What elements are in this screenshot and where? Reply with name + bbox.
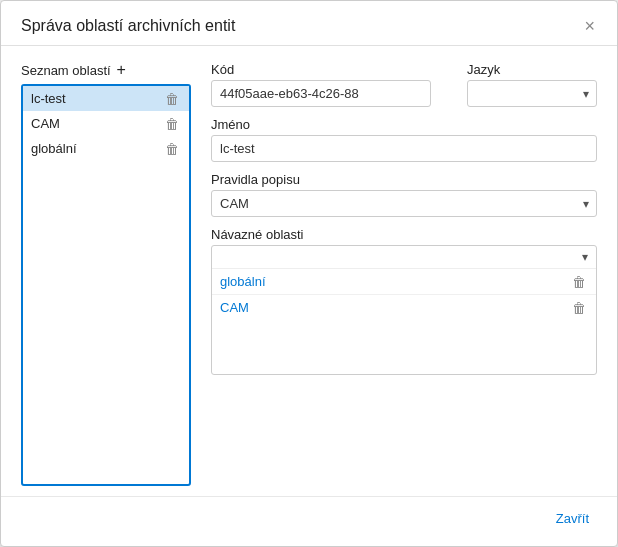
delete-item-button[interactable]: 🗑	[163, 117, 181, 131]
kod-input[interactable]	[211, 80, 431, 107]
jazyk-group: Jazyk cs en de ▾	[467, 62, 597, 107]
list-item[interactable]: lc-test 🗑	[23, 86, 189, 111]
kod-group: Kód	[211, 62, 451, 107]
jmeno-label: Jméno	[211, 117, 597, 132]
list-header-label: Seznam oblastí	[21, 63, 111, 78]
navazne-dropdown-header[interactable]: ▾	[212, 246, 596, 269]
linked-area-label: CAM	[220, 300, 249, 315]
list-item-label: CAM	[31, 116, 163, 131]
kod-jazyk-row: Kód Jazyk cs en de ▾	[211, 62, 597, 107]
left-panel: Seznam oblastí + lc-test 🗑 CAM 🗑 globáln…	[21, 62, 191, 486]
list-item[interactable]: globální 🗑	[23, 136, 189, 161]
navazne-label: Návazné oblasti	[211, 227, 597, 242]
add-area-button[interactable]: +	[117, 62, 126, 78]
jmeno-group: Jméno	[211, 117, 597, 162]
jazyk-label: Jazyk	[467, 62, 597, 77]
list-item-label: lc-test	[31, 91, 163, 106]
close-icon-button[interactable]: ×	[582, 17, 597, 35]
dialog-footer: Zavřít	[1, 496, 617, 546]
jmeno-input[interactable]	[211, 135, 597, 162]
right-panel: Kód Jazyk cs en de ▾	[211, 62, 597, 486]
dialog-header: Správa oblastí archivních entit ×	[1, 1, 617, 46]
navazne-group: Návazné oblasti ▾ globální 🗑 CAM 🗑	[211, 227, 597, 375]
dialog-title: Správa oblastí archivních entit	[21, 17, 235, 35]
linked-area-item: globální 🗑	[212, 269, 596, 295]
delete-linked-area-button[interactable]: 🗑	[570, 275, 588, 289]
pravidla-group: Pravidla popisu CAM RDA AACR2 ▾	[211, 172, 597, 217]
list-item[interactable]: CAM 🗑	[23, 111, 189, 136]
kod-label: Kód	[211, 62, 451, 77]
areas-list: lc-test 🗑 CAM 🗑 globální 🗑	[21, 84, 191, 486]
pravidla-label: Pravidla popisu	[211, 172, 597, 187]
linked-area-item: CAM 🗑	[212, 295, 596, 320]
delete-item-button[interactable]: 🗑	[163, 92, 181, 106]
jazyk-select[interactable]: cs en de	[467, 80, 597, 107]
zavrit-button[interactable]: Zavřít	[548, 507, 597, 530]
delete-item-button[interactable]: 🗑	[163, 142, 181, 156]
delete-linked-area-button[interactable]: 🗑	[570, 301, 588, 315]
jazyk-select-wrapper: cs en de ▾	[467, 80, 597, 107]
navazne-chevron-down-icon: ▾	[582, 250, 588, 264]
list-header: Seznam oblastí +	[21, 62, 191, 78]
pravidla-select-wrapper: CAM RDA AACR2 ▾	[211, 190, 597, 217]
dialog: Správa oblastí archivních entit × Seznam…	[0, 0, 618, 547]
list-item-label: globální	[31, 141, 163, 156]
linked-area-label: globální	[220, 274, 266, 289]
navazne-areas-box: ▾ globální 🗑 CAM 🗑	[211, 245, 597, 375]
pravidla-select[interactable]: CAM RDA AACR2	[211, 190, 597, 217]
dialog-body: Seznam oblastí + lc-test 🗑 CAM 🗑 globáln…	[1, 46, 617, 496]
